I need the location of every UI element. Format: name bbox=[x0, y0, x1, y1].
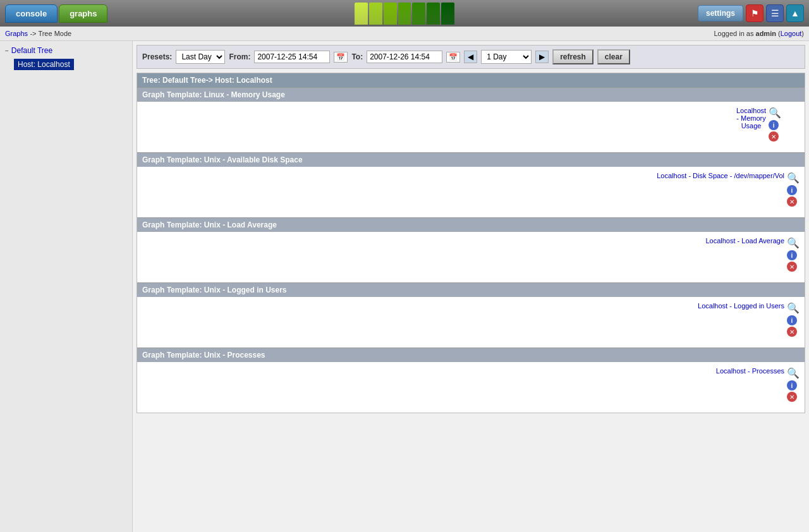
auth-username: admin bbox=[756, 30, 776, 37]
info-icon[interactable]: i bbox=[787, 380, 797, 390]
interval-select[interactable]: 1 Day bbox=[481, 50, 532, 64]
delete-icon[interactable]: ✕ bbox=[769, 131, 779, 142]
presets-label: Presets: bbox=[142, 52, 172, 61]
info-icon[interactable]: i bbox=[769, 120, 779, 130]
auth-info: Logged in as admin (Logout) bbox=[714, 30, 804, 37]
presets-select[interactable]: Last Day bbox=[176, 50, 225, 64]
tree-header-tree-name: Default Tree-> bbox=[162, 76, 213, 85]
graph-icon-button[interactable]: ▲ bbox=[786, 4, 804, 22]
breadcrumb-current: Tree Mode bbox=[38, 30, 71, 37]
graph-label-link[interactable]: Localhost - Logged in Users bbox=[698, 302, 784, 310]
host-localhost-item[interactable]: Host: Localhost bbox=[14, 59, 74, 70]
graph-row: Localhost - Logged in Users🔍i✕ bbox=[137, 297, 805, 348]
graph-image-placeholder bbox=[142, 107, 736, 145]
zoom-icon[interactable]: 🔍 bbox=[787, 237, 800, 249]
info-icon[interactable]: i bbox=[787, 250, 797, 260]
tree-header-tree-label: Tree: bbox=[142, 76, 161, 85]
graph-info-panel: Localhost - Load Average🔍i✕ bbox=[705, 237, 800, 272]
graph-info-panel: Localhost - Disk Space - /dev/mapper/Vol… bbox=[657, 172, 800, 207]
logout-link[interactable]: Logout bbox=[781, 30, 802, 37]
refresh-button[interactable]: refresh bbox=[552, 49, 593, 64]
graph-row: Localhost - Load Average🔍i✕ bbox=[137, 232, 805, 282]
graph-row: Localhost - Processes🔍i✕ bbox=[137, 362, 805, 413]
graphs-area: Tree: Default Tree-> Host: Localhost Gra… bbox=[137, 73, 805, 413]
default-tree-link[interactable]: Default Tree bbox=[11, 46, 52, 55]
delete-icon[interactable]: ✕ bbox=[787, 196, 797, 207]
top-right-actions: settings ⚑ ☰ ▲ bbox=[698, 4, 804, 22]
settings-button[interactable]: settings bbox=[698, 5, 743, 21]
alert-icon-button[interactable]: ⚑ bbox=[746, 4, 763, 22]
graph-info-panel: Localhost - Processes🔍i✕ bbox=[716, 367, 800, 402]
zoom-icon[interactable]: 🔍 bbox=[787, 367, 800, 379]
section-header-2: Graph Template: Unix - Load Average bbox=[137, 217, 805, 232]
to-calendar-button[interactable]: 📅 bbox=[446, 52, 460, 63]
sidebar: − Default Tree Host: Localhost bbox=[0, 41, 133, 532]
next-arrow-button[interactable]: ▶ bbox=[535, 51, 549, 63]
breadcrumb-separator: -> bbox=[30, 30, 38, 37]
graph-image-placeholder bbox=[142, 172, 657, 210]
prev-arrow-button[interactable]: ◀ bbox=[464, 51, 477, 63]
section-header-1: Graph Template: Unix - Available Disk Sp… bbox=[137, 152, 805, 167]
tree-root-item[interactable]: − Default Tree bbox=[3, 45, 130, 56]
delete-icon[interactable]: ✕ bbox=[787, 262, 797, 272]
graph-info-panel: Localhost - Logged in Users🔍i✕ bbox=[698, 302, 800, 337]
from-calendar-button[interactable]: 📅 bbox=[334, 52, 348, 63]
zoom-icon[interactable]: 🔍 bbox=[787, 172, 800, 184]
breadcrumb-bar: Graphs -> Tree Mode Logged in as admin (… bbox=[0, 27, 809, 41]
graph-image-placeholder bbox=[142, 302, 698, 340]
section-header-4: Graph Template: Unix - Processes bbox=[137, 348, 805, 362]
breadcrumb-graphs-link[interactable]: Graphs bbox=[5, 30, 28, 37]
info-icon[interactable]: i bbox=[787, 185, 797, 195]
clear-button[interactable]: clear bbox=[597, 49, 630, 64]
graph-image-placeholder bbox=[142, 367, 716, 405]
graph-sections-container: Graph Template: Linux - Memory UsageLoca… bbox=[137, 87, 805, 413]
delete-icon[interactable]: ✕ bbox=[787, 327, 797, 337]
section-header-0: Graph Template: Linux - Memory Usage bbox=[137, 87, 805, 102]
tree-expand-icon: − bbox=[5, 47, 9, 54]
controls-bar: Presets: Last Day From: 📅 To: 📅 ◀ 1 Day … bbox=[137, 45, 805, 69]
top-navigation-bar: console graphs settings ⚑ ☰ ▲ bbox=[0, 0, 809, 27]
console-tab[interactable]: console bbox=[5, 4, 58, 23]
graph-label-link[interactable]: Localhost - Memory Usage bbox=[736, 107, 766, 130]
graph-label-link[interactable]: Localhost - Disk Space - /dev/mapper/Vol bbox=[657, 172, 784, 179]
from-label: From: bbox=[229, 52, 250, 61]
tree-header-host-name: Localhost bbox=[236, 76, 272, 85]
logo bbox=[354, 3, 455, 25]
tree-path-header: Tree: Default Tree-> Host: Localhost bbox=[137, 73, 805, 87]
graphs-tab[interactable]: graphs bbox=[59, 4, 107, 23]
main-layout: − Default Tree Host: Localhost Presets: … bbox=[0, 41, 809, 532]
zoom-icon[interactable]: 🔍 bbox=[787, 302, 800, 314]
graph-label-link[interactable]: Localhost - Processes bbox=[716, 367, 784, 375]
to-label: To: bbox=[351, 52, 363, 61]
info-icon[interactable]: i bbox=[787, 315, 797, 325]
graph-info-panel: Localhost - Memory Usage🔍i✕ bbox=[736, 107, 800, 142]
tree-header-host-label: Host: bbox=[215, 76, 234, 85]
content-area: Presets: Last Day From: 📅 To: 📅 ◀ 1 Day … bbox=[133, 41, 809, 532]
delete-icon[interactable]: ✕ bbox=[787, 392, 797, 402]
section-header-3: Graph Template: Unix - Logged in Users bbox=[137, 282, 805, 297]
graph-row: Localhost - Disk Space - /dev/mapper/Vol… bbox=[137, 167, 805, 217]
graph-label-link[interactable]: Localhost - Load Average bbox=[705, 237, 784, 245]
zoom-icon[interactable]: 🔍 bbox=[769, 107, 781, 119]
list-icon-button[interactable]: ☰ bbox=[766, 4, 784, 22]
graph-row: Localhost - Memory Usage🔍i✕ bbox=[137, 102, 805, 152]
graph-image-placeholder bbox=[142, 237, 705, 275]
breadcrumb: Graphs -> Tree Mode bbox=[5, 29, 71, 38]
from-date-input[interactable] bbox=[254, 51, 330, 63]
to-date-input[interactable] bbox=[367, 51, 442, 63]
